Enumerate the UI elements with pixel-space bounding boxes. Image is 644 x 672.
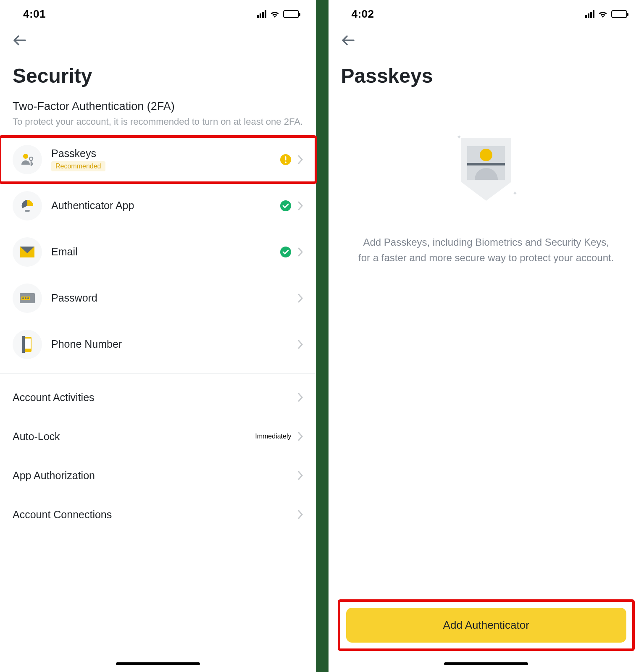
chevron-right-icon <box>297 431 303 441</box>
passkeys-icon <box>13 145 42 174</box>
svg-point-4 <box>285 161 287 163</box>
auto-lock-value: Immediately <box>255 433 291 440</box>
phone-number-row[interactable]: Phone Number <box>0 321 316 368</box>
check-icon <box>280 200 292 212</box>
passkeys-label: Passkeys <box>51 147 271 160</box>
svg-rect-3 <box>285 156 286 160</box>
back-button[interactable] <box>341 33 355 47</box>
phone-icon <box>13 330 42 359</box>
app-authorization-row[interactable]: App Authorization <box>0 456 316 495</box>
email-row[interactable]: Email <box>0 229 316 275</box>
passkeys-screen: 4:02 Passkeys ✦ ✦ <box>329 0 644 672</box>
account-activities-row[interactable]: Account Activities <box>0 378 316 417</box>
wifi-icon <box>598 10 608 18</box>
password-row[interactable]: Password <box>0 275 316 321</box>
cta-highlight: Add Authenticator <box>338 599 635 651</box>
chevron-right-icon <box>297 509 303 520</box>
svg-rect-16 <box>25 339 31 349</box>
authenticator-icon <box>13 191 42 220</box>
account-connections-row[interactable]: Account Connections <box>0 495 316 534</box>
arrow-left-icon <box>13 35 26 45</box>
svg-point-0 <box>23 154 28 159</box>
page-title: Security <box>0 52 316 100</box>
section-divider <box>0 373 316 374</box>
chevron-right-icon <box>297 392 303 402</box>
check-icon <box>280 246 292 258</box>
authenticator-label: Authenticator App <box>51 200 271 212</box>
chevron-right-icon <box>297 247 303 257</box>
authenticator-app-row[interactable]: Authenticator App <box>0 183 316 229</box>
email-label: Email <box>51 246 271 258</box>
password-label: Password <box>51 292 288 304</box>
auto-lock-row[interactable]: Auto-Lock Immediately <box>0 417 316 456</box>
svg-rect-5 <box>25 210 30 212</box>
recommended-badge: Recommended <box>51 161 105 171</box>
page-title: Passkeys <box>329 52 644 100</box>
app-authorization-label: App Authorization <box>13 470 95 482</box>
chevron-right-icon <box>297 470 303 480</box>
wifi-icon <box>270 10 280 18</box>
twofa-description: To protect your account, it is recommend… <box>0 116 316 136</box>
passkeys-description: Add Passkeys, including Biometrics and S… <box>356 234 616 265</box>
warning-icon <box>280 154 292 165</box>
svg-point-1 <box>29 157 33 160</box>
password-icon <box>13 284 42 313</box>
battery-icon <box>283 10 299 18</box>
passkeys-row[interactable]: Passkeys Recommended <box>0 136 316 183</box>
status-icons <box>257 10 299 18</box>
auto-lock-label: Auto-Lock <box>13 430 60 443</box>
security-screen: 4:01 Security Two-Factor Authentication … <box>0 0 316 672</box>
cellular-icon <box>257 10 266 18</box>
svg-point-11 <box>22 297 24 299</box>
home-indicator[interactable] <box>116 662 200 665</box>
email-icon <box>13 237 42 267</box>
add-authenticator-button[interactable]: Add Authenticator <box>346 608 627 643</box>
screen-divider <box>316 0 329 672</box>
phone-label: Phone Number <box>51 338 288 350</box>
arrow-left-icon <box>342 35 355 45</box>
cellular-icon <box>585 10 594 18</box>
back-button[interactable] <box>13 33 27 47</box>
account-activities-label: Account Activities <box>13 391 95 404</box>
home-indicator[interactable] <box>444 662 528 665</box>
chevron-right-icon <box>297 201 303 211</box>
status-bar: 4:01 <box>0 0 316 25</box>
svg-point-12 <box>25 297 26 299</box>
svg-point-13 <box>27 297 29 299</box>
account-connections-label: Account Connections <box>13 509 112 521</box>
chevron-right-icon <box>297 155 303 165</box>
chevron-right-icon <box>297 293 303 303</box>
battery-icon <box>611 10 627 18</box>
svg-rect-15 <box>22 336 25 353</box>
status-time: 4:01 <box>23 8 46 21</box>
chevron-right-icon <box>297 339 303 349</box>
status-bar: 4:02 <box>329 0 644 25</box>
status-time: 4:02 <box>352 8 374 21</box>
passkeys-illustration: ✦ ✦ <box>452 134 520 209</box>
twofa-heading: Two-Factor Authentication (2FA) <box>0 100 316 116</box>
status-icons <box>585 10 627 18</box>
